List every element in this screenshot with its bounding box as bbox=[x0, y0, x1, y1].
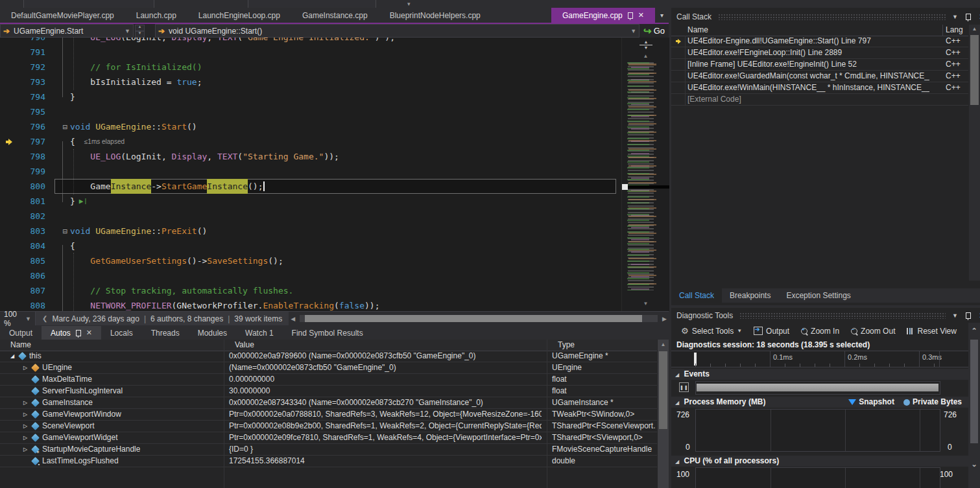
bottom-tab-find-symbol-results[interactable]: Find Symbol Results bbox=[283, 326, 372, 340]
expander-icon[interactable]: ▷ bbox=[22, 409, 29, 420]
column-header-type[interactable]: Type bbox=[547, 340, 657, 351]
column-header-name[interactable]: Name bbox=[0, 340, 224, 351]
tab-overflow-icon[interactable]: ▾ bbox=[655, 8, 669, 23]
code-line[interactable]: 804{ bbox=[0, 238, 621, 253]
code-line[interactable]: 799 bbox=[0, 164, 621, 179]
bottom-tab-output[interactable]: Output bbox=[0, 326, 42, 340]
member-dropdown[interactable]: ➔ void UGameEngine::Start() ▼ bbox=[155, 24, 639, 38]
autos-row[interactable]: ▷GameInstance0x000002e087343340 (Name=0x… bbox=[0, 397, 657, 409]
autos-row[interactable]: ▷SceneViewportPtr=0x000002e08b9e2b00, Sh… bbox=[0, 421, 657, 432]
scope-spinner[interactable]: ▲▼ bbox=[135, 25, 145, 38]
callstack-frame[interactable]: UE4Editor.exe!FEngineLoop::Init() Line 2… bbox=[671, 47, 968, 59]
code-line[interactable]: 803⊟void UGameEngine::PreExit() bbox=[0, 224, 621, 238]
legend-private-bytes[interactable]: Private Bytes bbox=[903, 397, 962, 408]
variable-value[interactable]: 0x000002e0a9789600 (Name=0x000002e0873cf… bbox=[229, 351, 542, 362]
callstack-frame[interactable]: [Inline Frame] UE4Editor.exe!EngineInit(… bbox=[671, 59, 968, 71]
bottom-tab-threads[interactable]: Threads bbox=[142, 326, 189, 340]
window-menu-icon[interactable]: ▼ bbox=[952, 312, 958, 319]
pin-icon[interactable] bbox=[628, 12, 633, 19]
autos-row[interactable]: ▷UEngine(Name=0x000002e0873cfb50 "GameEn… bbox=[0, 362, 657, 374]
zoom-out-button[interactable]: −Zoom Out bbox=[846, 327, 900, 336]
horizontal-scrollbar[interactable] bbox=[300, 315, 658, 322]
events-section-header[interactable]: ◢ Events bbox=[671, 369, 968, 380]
bottom-tab-watch-1[interactable]: Watch 1 bbox=[236, 326, 283, 340]
vscroll-thumb[interactable] bbox=[970, 340, 978, 443]
tab-exception-settings[interactable]: Exception Settings bbox=[778, 288, 858, 303]
diagnostics-scrollbar[interactable]: ⌃ ⌄ bbox=[968, 323, 980, 488]
scroll-up-icon[interactable]: ▲ bbox=[969, 26, 980, 32]
callstack-scrollbar[interactable]: ▲ bbox=[969, 25, 980, 281]
code-line[interactable]: 808 NETWORK_PROFILER(GNetworkProfiler.En… bbox=[0, 298, 621, 311]
expander-icon[interactable]: ◢ bbox=[9, 351, 16, 362]
pin-icon[interactable] bbox=[966, 312, 971, 319]
cpu-graph[interactable] bbox=[695, 467, 940, 488]
expander-icon[interactable]: ▷ bbox=[22, 444, 29, 455]
variable-value[interactable]: 17254155.366887014 bbox=[229, 456, 542, 467]
codelens-changes[interactable]: 6 authors, 8 changes bbox=[150, 314, 223, 323]
codelens-author[interactable]: Marc Audy, 236 days ago bbox=[52, 314, 139, 323]
scroll-up-icon[interactable]: ▲ bbox=[658, 342, 669, 347]
document-tab[interactable]: DefaultGameMoviePlayer.cpp bbox=[0, 8, 125, 23]
expander-icon[interactable]: ▷ bbox=[22, 421, 29, 432]
legend-snapshot[interactable]: Snapshot bbox=[848, 397, 894, 408]
column-header-value[interactable]: Value bbox=[224, 340, 547, 351]
window-menu-icon[interactable]: ▼ bbox=[952, 14, 958, 20]
minimap-scrollbar[interactable]: ▲▼ ▲ ▼ bbox=[621, 38, 669, 311]
scroll-down-icon[interactable]: ▼ bbox=[622, 301, 669, 307]
autos-row[interactable]: MaxDeltaTime0.000000000float bbox=[0, 374, 657, 386]
variable-value[interactable]: Ptr=0x000002e09fce7810, SharedRefs=1, We… bbox=[229, 432, 542, 443]
callstack-frame[interactable]: UE4Editor.exe!WinMain(HINSTANCE__ * hInI… bbox=[671, 82, 968, 94]
hscroll-right-icon[interactable]: ▶ bbox=[660, 316, 669, 322]
bottom-tab-modules[interactable]: Modules bbox=[189, 326, 236, 340]
code-line[interactable]: 795 bbox=[0, 104, 621, 119]
code-line[interactable]: 792 // for IsInitialized() bbox=[0, 60, 621, 75]
fold-margin[interactable]: ⊟ bbox=[48, 122, 70, 132]
output-button[interactable]: Output bbox=[749, 327, 794, 336]
autos-row[interactable]: ServerFlushLogInterval30.0000000float bbox=[0, 386, 657, 397]
code-editor[interactable]: 790 UE_LOG(LogInit, Display, TEXT("Game … bbox=[0, 38, 621, 311]
vscroll-thumb[interactable] bbox=[659, 351, 667, 429]
zoom-in-button[interactable]: +Zoom In bbox=[796, 327, 844, 336]
fold-margin[interactable]: ⊟ bbox=[48, 227, 70, 236]
codelens-bar[interactable]: ❮ Marc Audy, 236 days ago | 6 authors, 8… bbox=[36, 312, 289, 325]
callstack-frame[interactable]: UE4Editor.exe!GuardedMain(const wchar_t … bbox=[671, 71, 968, 82]
close-icon[interactable]: ✕ bbox=[86, 329, 92, 336]
code-line[interactable]: 794} bbox=[0, 89, 621, 104]
toolbar-caret-icon[interactable]: ▾ bbox=[407, 1, 411, 7]
callstack-col-name[interactable]: Name bbox=[687, 25, 708, 34]
expander-icon[interactable]: ▷ bbox=[22, 397, 29, 408]
minimap-viewport-indicator[interactable] bbox=[622, 185, 669, 189]
expander-icon[interactable]: ▷ bbox=[22, 362, 29, 373]
code-line[interactable]: 802 bbox=[0, 209, 621, 224]
code-line[interactable]: 806 bbox=[0, 268, 621, 283]
code-line[interactable]: 801}▶❘ bbox=[0, 194, 621, 209]
code-line[interactable]: 790 UE_LOG(LogInit, Display, TEXT("Game … bbox=[0, 38, 621, 45]
code-line[interactable]: 805 GetGameUserSettings()->SaveSettings(… bbox=[0, 253, 621, 268]
scroll-up-icon[interactable]: ▲ bbox=[622, 53, 669, 59]
variable-value[interactable]: Ptr=0x000002e0a0788810, SharedRefs=3, We… bbox=[229, 409, 542, 420]
tab-call-stack[interactable]: Call Stack bbox=[671, 288, 722, 303]
code-line[interactable]: 791 bbox=[0, 45, 621, 60]
callstack-col-lang[interactable]: Lang bbox=[946, 25, 963, 34]
go-button[interactable]: ↪ Go bbox=[639, 25, 669, 37]
code-line[interactable]: 807 // Stop tracking, automatically flus… bbox=[0, 283, 621, 298]
autos-row[interactable]: ▷✶StartupMovieCaptureHandle{ID=0 }FMovie… bbox=[0, 444, 657, 456]
variable-value[interactable]: 0.000000000 bbox=[229, 374, 542, 385]
document-tab[interactable]: Launch.cpp bbox=[125, 8, 187, 23]
breakpoint-margin[interactable] bbox=[0, 139, 18, 145]
callstack-frame[interactable]: [External Code] bbox=[671, 94, 968, 106]
events-filter-icon[interactable]: ❚❚ bbox=[679, 382, 689, 392]
autos-row[interactable]: ▷GameViewportWindowPtr=0x000002e0a078881… bbox=[0, 409, 657, 421]
hscroll-thumb[interactable] bbox=[305, 315, 642, 322]
autos-vertical-scrollbar[interactable]: ▲ bbox=[658, 340, 669, 488]
zoom-level-dropdown[interactable]: 100 % ▼ bbox=[0, 312, 36, 325]
variable-value[interactable]: (Name=0x000002e0873cfb50 "GameEngine"_0) bbox=[229, 362, 542, 373]
close-icon[interactable]: ✕ bbox=[638, 12, 644, 19]
vscroll-thumb[interactable] bbox=[970, 35, 979, 105]
document-tab-active[interactable]: GameEngine.cpp✕ bbox=[551, 8, 655, 23]
scroll-up-icon[interactable]: ⌃ bbox=[968, 327, 980, 335]
code-line[interactable]: 798 UE_LOG(LogInit, Display, TEXT("Start… bbox=[0, 149, 621, 164]
expander-icon[interactable]: ▷ bbox=[22, 432, 29, 443]
callstack-frame[interactable]: UE4Editor-Engine.dll!UGameEngine::Start(… bbox=[671, 36, 968, 47]
callstack-title-bar[interactable]: Call Stack ▼ ✕ bbox=[671, 9, 980, 24]
